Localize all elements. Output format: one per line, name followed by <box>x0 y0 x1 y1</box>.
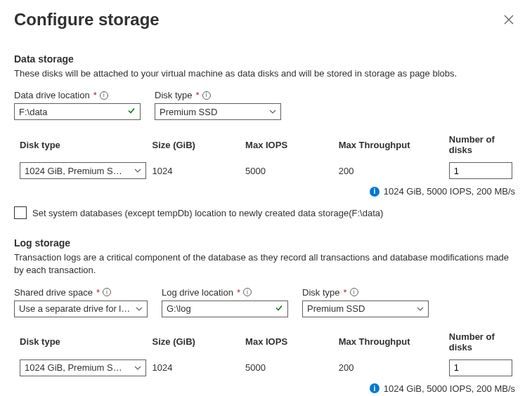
data-storage-table: Disk type Size (GiB) Max IOPS Max Throug… <box>14 130 518 197</box>
col-header-iops: Max IOPS <box>245 140 339 150</box>
log-disk-type-label: Disk type <box>302 287 339 298</box>
info-icon[interactable]: i <box>103 288 111 296</box>
col-header-disk-type: Disk type <box>14 140 153 150</box>
row-size-value: 1024 <box>153 362 246 373</box>
info-icon: i <box>370 187 379 197</box>
row-disk-type-value: 1024 GiB, Premium SSD... <box>25 362 123 373</box>
set-system-db-checkbox[interactable] <box>14 206 27 219</box>
data-storage-summary: 1024 GiB, 5000 IOPS, 200 MB/s <box>384 186 515 197</box>
log-storage-table: Disk type Size (GiB) Max IOPS Max Throug… <box>14 327 518 394</box>
log-storage-summary: 1024 GiB, 5000 IOPS, 200 MB/s <box>384 383 515 394</box>
row-num-disks-input[interactable] <box>449 162 512 179</box>
info-icon[interactable]: i <box>202 91 211 100</box>
log-drive-location-value: G:\log <box>167 303 191 314</box>
col-header-num-disks: Number of disks <box>449 134 518 155</box>
row-iops-value: 5000 <box>245 166 339 176</box>
col-header-iops: Max IOPS <box>245 336 339 347</box>
table-row: 1024 GiB, Premium SSD... 1024 5000 200 <box>14 159 518 182</box>
shared-drive-space-value: Use a separate drive for lo... <box>19 303 131 314</box>
info-icon[interactable]: i <box>243 288 252 296</box>
row-iops-value: 5000 <box>245 362 339 373</box>
chevron-down-icon <box>417 307 424 311</box>
chevron-down-icon <box>134 169 141 173</box>
data-disk-type-select[interactable]: Premium SSD <box>155 103 281 120</box>
data-disk-type-label: Disk type <box>155 90 192 100</box>
check-icon <box>275 303 283 314</box>
data-drive-location-input[interactable]: F:\data <box>14 103 141 120</box>
col-header-throughput: Max Throughput <box>339 140 449 150</box>
required-asterisk: * <box>195 90 199 100</box>
info-icon[interactable]: i <box>100 91 108 100</box>
row-throughput-value: 200 <box>339 362 449 373</box>
row-disk-type-select[interactable]: 1024 GiB, Premium SSD... <box>20 162 146 179</box>
col-header-size: Size (GiB) <box>153 336 246 347</box>
chevron-down-icon <box>136 307 143 311</box>
chevron-down-icon <box>134 366 141 370</box>
log-storage-desc: Transaction logs are a critical componen… <box>14 251 518 277</box>
row-size-value: 1024 <box>153 166 246 176</box>
col-header-disk-type: Disk type <box>14 336 153 347</box>
col-header-throughput: Max Throughput <box>339 336 449 347</box>
chevron-down-icon <box>269 110 276 114</box>
data-drive-location-value: F:\data <box>19 107 47 117</box>
required-asterisk: * <box>96 287 100 298</box>
log-disk-type-select[interactable]: Premium SSD <box>302 301 429 317</box>
check-icon <box>127 107 136 117</box>
log-drive-location-label: Log drive location <box>162 287 233 298</box>
data-disk-type-value: Premium SSD <box>160 107 217 117</box>
info-icon: i <box>370 383 379 393</box>
set-system-db-label: Set system databases (except tempDb) loc… <box>32 208 383 218</box>
col-header-size: Size (GiB) <box>153 140 246 150</box>
data-storage-heading: Data storage <box>14 53 518 65</box>
log-disk-type-value: Premium SSD <box>307 303 365 314</box>
info-icon[interactable]: i <box>350 288 358 296</box>
page-title: Configure storage <box>14 10 160 29</box>
data-storage-desc: These disks will be attached to your vir… <box>14 67 518 80</box>
row-num-disks-input[interactable] <box>449 359 512 376</box>
table-row: 1024 GiB, Premium SSD... 1024 5000 200 <box>14 357 518 379</box>
col-header-num-disks: Number of disks <box>449 331 518 352</box>
row-throughput-value: 200 <box>339 166 449 176</box>
close-icon[interactable] <box>500 9 518 32</box>
shared-drive-space-label: Shared drive space <box>14 287 93 298</box>
shared-drive-space-select[interactable]: Use a separate drive for lo... <box>14 301 148 317</box>
required-asterisk: * <box>237 287 240 298</box>
required-asterisk: * <box>343 287 346 298</box>
row-disk-type-value: 1024 GiB, Premium SSD... <box>25 166 123 176</box>
log-drive-location-input[interactable]: G:\log <box>162 301 288 317</box>
log-storage-heading: Log storage <box>14 237 518 249</box>
row-disk-type-select[interactable]: 1024 GiB, Premium SSD... <box>20 359 146 376</box>
data-drive-location-label: Data drive location <box>14 90 90 100</box>
required-asterisk: * <box>93 90 97 100</box>
